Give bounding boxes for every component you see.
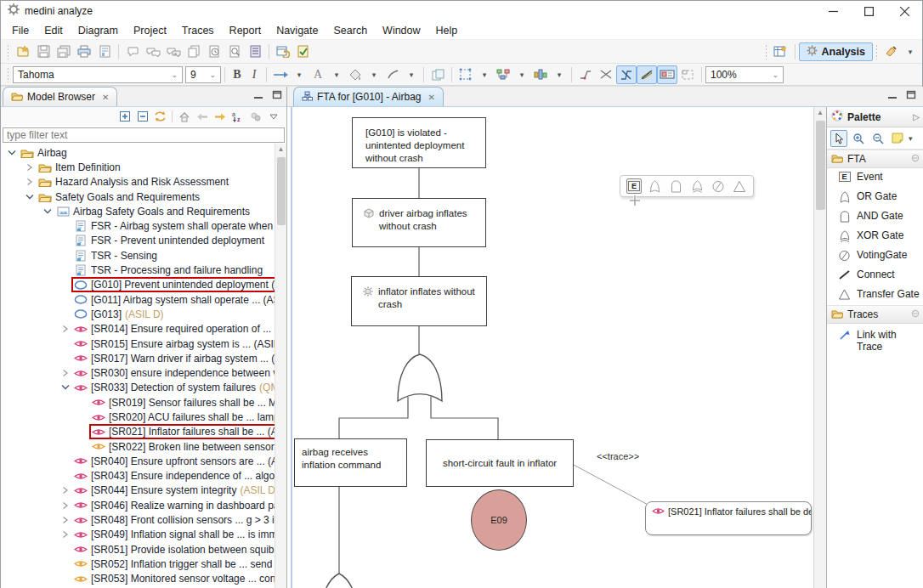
minimize-view-icon[interactable]	[252, 90, 264, 101]
highlight-tool-button[interactable]	[881, 42, 902, 61]
popup-and-gate-tool[interactable]	[669, 178, 684, 194]
tree-item[interactable]: FSR - Airbag system shall operate when r…	[1, 218, 286, 233]
basic-event-e09[interactable]: E09	[471, 489, 527, 551]
close-tab-icon[interactable]: ✕	[102, 93, 109, 102]
expander-icon[interactable]	[59, 559, 71, 569]
connector-arrow-dropdown[interactable]: ▾	[291, 65, 308, 84]
diagram-canvas[interactable]: [G010] is violated - unintented deployme…	[287, 107, 813, 588]
tree-item[interactable]: [SR044] Ensure system integrity(ASIL D)	[1, 483, 286, 498]
expander-icon[interactable]	[59, 529, 71, 540]
expander-icon[interactable]	[77, 412, 89, 422]
expander-icon[interactable]	[77, 398, 89, 408]
minimize-view-icon[interactable]	[886, 90, 898, 101]
popup-event-tool[interactable]: E	[626, 178, 642, 194]
expander-icon[interactable]	[59, 265, 71, 275]
zoom-out-tool[interactable]	[869, 130, 886, 147]
trace-requirement-node[interactable]: [SR021] Inflator failures shall be de	[645, 501, 812, 535]
forward-icon[interactable]	[212, 109, 228, 124]
tree-item[interactable]: Airbag	[1, 145, 286, 160]
palette-item-connect[interactable]: Connect	[827, 266, 923, 286]
fta-node-inflation-command[interactable]: airbag receives inflation command	[294, 438, 407, 487]
scrollbar-thumb[interactable]	[816, 121, 825, 210]
tree-item[interactable]: [SR051] Provide isolation between squib …	[1, 542, 286, 557]
home-icon[interactable]	[176, 109, 192, 124]
palette-item-and-gate[interactable]: AND Gate	[827, 207, 923, 227]
expander-icon[interactable]	[59, 368, 71, 378]
tree-item[interactable]: [SR033] Detection of system failures(QM)	[1, 381, 286, 395]
comment-button[interactable]	[122, 42, 143, 61]
layout-tree-dropdown[interactable]: ▾	[513, 65, 530, 84]
expander-icon[interactable]	[59, 251, 71, 261]
tree-item[interactable]: [SR048] Front collision sensors ... g > …	[1, 512, 286, 527]
minimize-button[interactable]	[815, 1, 851, 21]
close-button[interactable]	[886, 1, 922, 21]
select-mode-button[interactable]	[456, 65, 476, 84]
properties-view-button[interactable]	[245, 42, 265, 61]
analysis-button[interactable]: Analysis	[799, 42, 873, 61]
italic-button[interactable]: I	[246, 65, 263, 84]
layout-tree-button[interactable]	[493, 65, 513, 84]
expander-icon[interactable]	[24, 162, 36, 172]
fta-node-short-circuit[interactable]: short-circuit fault in inflator	[426, 439, 574, 487]
refresh-table-button[interactable]	[273, 42, 293, 61]
palette-item-voting-gate[interactable]: VotingGate	[827, 246, 923, 266]
palette-item-xor-gate[interactable]: XOR Gate	[827, 227, 923, 246]
filter-input[interactable]	[3, 127, 285, 143]
route-split-button[interactable]	[596, 65, 616, 84]
palette-section-traces[interactable]: Traces	[827, 305, 923, 324]
tree-item[interactable]: [SR052] Inflation trigger shall be ... s…	[1, 557, 286, 571]
element-history-button[interactable]	[204, 42, 224, 61]
tree-item[interactable]: [SR040] Ensure upfront sensors are ... (…	[1, 454, 286, 468]
menu-item-window[interactable]: Window	[375, 21, 428, 40]
tree-item[interactable]: Hazard Analysis and Risk Assessment	[1, 175, 286, 189]
tree-item[interactable]: Airbag Safety Goals and Requirements	[1, 204, 286, 218]
highlight-dropdown[interactable]: ▾	[902, 42, 919, 61]
popup-xor-gate-tool[interactable]	[690, 178, 705, 194]
expander-icon[interactable]	[59, 515, 71, 525]
menu-item-diagram[interactable]: Diagram	[71, 21, 126, 40]
maximize-button[interactable]	[851, 1, 886, 21]
popup-voting-gate-tool[interactable]	[711, 178, 726, 194]
palette-section-fta[interactable]: FTA	[827, 150, 923, 168]
layout-boxes-button[interactable]	[530, 65, 551, 84]
connector-arrow-button[interactable]	[270, 65, 291, 84]
menu-item-search[interactable]: Search	[326, 21, 375, 40]
tree-item[interactable]: [SR014] Ensure required operation of ...…	[1, 322, 286, 336]
menu-item-file[interactable]: File	[4, 21, 37, 40]
expander-icon[interactable]	[59, 471, 71, 481]
scroll-up-icon[interactable]: ▲	[275, 144, 286, 155]
route-merge-button[interactable]	[575, 65, 596, 84]
expander-icon[interactable]	[59, 500, 71, 511]
expander-icon[interactable]	[77, 442, 89, 452]
pin-icon[interactable]	[911, 153, 920, 165]
palette-item-event[interactable]: E Event	[827, 168, 923, 188]
fill-color-dropdown[interactable]: ▾	[365, 65, 382, 84]
tree-scrollbar[interactable]: ▲	[275, 144, 286, 588]
tree-item[interactable]: [SR053] Monitored sensor voltage ... con…	[1, 572, 286, 586]
tree-item[interactable]: [SR019] Sensor failures shall be ... MCU	[1, 395, 286, 410]
expander-icon[interactable]	[59, 280, 71, 290]
copy-appearance-button[interactable]	[428, 65, 448, 84]
fill-color-button[interactable]	[345, 65, 365, 84]
expander-icon[interactable]	[59, 295, 71, 305]
close-tab-icon[interactable]: ✕	[428, 93, 435, 102]
new-analysis-table-button[interactable]	[771, 42, 791, 61]
palette-item-or-gate[interactable]: OR Gate	[827, 188, 923, 207]
save-button[interactable]	[33, 42, 54, 61]
scrollbar-thumb[interactable]	[277, 157, 286, 225]
palette-item-link-with-trace[interactable]: Link with Trace	[827, 324, 923, 353]
link-with-editor-icon[interactable]	[152, 109, 168, 124]
layout-boxes-dropdown[interactable]: ▾	[551, 65, 568, 84]
zoom-in-tool[interactable]	[850, 130, 867, 147]
tree-item[interactable]: Safety Goals and Requirements	[1, 189, 286, 204]
expander-icon[interactable]	[59, 339, 71, 349]
save-all-button[interactable]	[54, 42, 74, 61]
tree-item[interactable]: Item Definition	[1, 160, 286, 174]
font-family-select[interactable]: Tahoma⌄	[13, 66, 183, 83]
tree-item[interactable]: [SR030] ensure independence between visu	[1, 365, 286, 380]
menu-item-edit[interactable]: Edit	[37, 21, 71, 40]
scroll-up-icon[interactable]: ▲	[814, 107, 826, 119]
fta-node-inflator[interactable]: inflator inflates without crash	[351, 276, 487, 326]
expander-icon[interactable]	[59, 309, 71, 319]
tree-item[interactable]: [SR043] Ensure independence of ... algor…	[1, 469, 286, 483]
